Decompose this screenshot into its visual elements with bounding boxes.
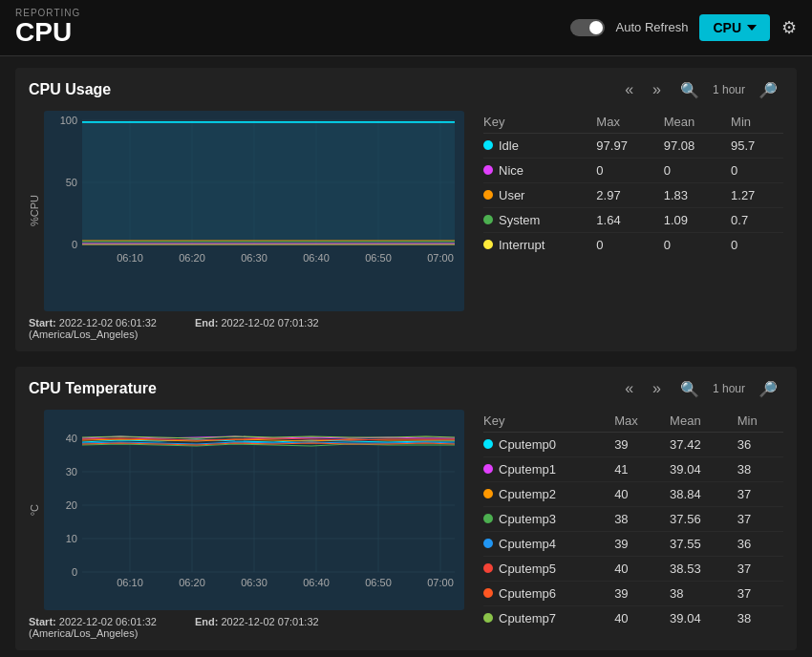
max-cell: 39: [610, 581, 666, 605]
cpu-usage-controls: « » 🔍 1 hour 🔎: [619, 79, 783, 101]
table-row: Cputemp3 38 37.56 37: [483, 506, 783, 531]
key-label: Cputemp0: [499, 437, 556, 452]
min-cell: 37: [734, 481, 783, 506]
svg-text:0: 0: [72, 239, 77, 250]
svg-text:06:20: 06:20: [179, 577, 205, 588]
mean-cell: 39.04: [666, 456, 734, 481]
chevron-down-icon: [747, 25, 757, 31]
key-dot: [483, 140, 493, 150]
temp-zoom-out-button[interactable]: 🔎: [753, 378, 783, 400]
key-cell: Cputemp5: [483, 556, 610, 581]
max-cell: 40: [610, 481, 666, 506]
cpu-dropdown-button[interactable]: CPU: [699, 14, 770, 41]
key-label: Cputemp5: [499, 562, 556, 576]
key-label: Cputemp3: [499, 512, 556, 526]
temp-forward-button[interactable]: »: [647, 378, 667, 399]
cpu-temp-chart: 40 30 20 10 0 06:10 06:20 06:30 06:40 06…: [44, 410, 464, 610]
key-cell: Cputemp6: [483, 581, 610, 605]
table-row: Cputemp6 39 38 37: [483, 581, 783, 605]
svg-text:30: 30: [66, 466, 77, 477]
max-cell: 1.64: [592, 207, 659, 232]
key-dot: [483, 588, 493, 598]
mean-cell: 38: [666, 581, 734, 605]
max-cell: 40: [610, 605, 666, 630]
temp-zoom-in-button[interactable]: 🔍: [674, 378, 705, 400]
key-dot: [483, 464, 493, 474]
table-row: Cputemp1 41 39.04 38: [483, 456, 783, 481]
key-dot: [483, 240, 493, 249]
max-cell: 39: [610, 432, 666, 456]
end-timestamp: End: 2022-12-02 07:01:32: [195, 317, 319, 340]
mean-cell: 39.04: [666, 605, 734, 630]
table-row: Cputemp2 40 38.84 37: [483, 481, 783, 506]
key-cell: Cputemp0: [483, 432, 610, 456]
temp-rewind-button[interactable]: «: [619, 378, 639, 399]
key-cell: Interrupt: [483, 232, 592, 257]
col-max: Max: [592, 111, 659, 134]
mean-cell: 38.84: [666, 481, 734, 506]
col-key: Key: [483, 111, 592, 134]
min-cell: 38: [734, 605, 783, 630]
cpu-temp-controls: « » 🔍 1 hour 🔎: [619, 378, 783, 400]
zoom-out-button[interactable]: 🔎: [753, 79, 783, 101]
key-dot: [483, 539, 493, 548]
mean-cell: 37.55: [666, 531, 734, 556]
mean-cell: 0: [660, 232, 727, 257]
temp-time-range-label: 1 hour: [713, 382, 745, 395]
min-cell: 36: [734, 432, 783, 456]
cpu-usage-body: %CPU 100 50 0 06:10 06:20 06:30: [29, 111, 783, 340]
cpu-temp-title: CPU Temperature: [29, 380, 157, 397]
cpu-temp-data-table: Key Max Mean Min Cputemp0 39 37.42 36: [483, 410, 783, 630]
key-label: Cputemp7: [499, 611, 556, 625]
svg-text:100: 100: [60, 115, 77, 126]
key-cell: User: [483, 182, 592, 207]
auto-refresh-toggle[interactable]: [570, 19, 605, 36]
key-dot: [483, 563, 493, 573]
cpu-temp-section: CPU Temperature « » 🔍 1 hour 🔎 °C: [15, 367, 797, 650]
key-cell: Cputemp2: [483, 481, 610, 506]
min-cell: 0.7: [727, 207, 783, 232]
svg-marker-19: [82, 122, 455, 244]
settings-button[interactable]: ⚙: [781, 17, 797, 38]
cpu-usage-section: CPU Usage « » 🔍 1 hour 🔎 %CPU: [15, 68, 797, 351]
header: REPORTING CPU Auto Refresh CPU ⚙: [0, 0, 812, 56]
table-row: Idle 97.97 97.08 95.7: [483, 133, 783, 158]
key-cell: Cputemp3: [483, 506, 610, 531]
key-label: Cputemp2: [499, 487, 556, 501]
mean-cell: 37.56: [666, 506, 734, 531]
mean-cell: 37.42: [666, 432, 734, 456]
zoom-in-button[interactable]: 🔍: [674, 79, 705, 101]
temp-start-timestamp: Start: 2022-12-02 06:01:32 (America/Los_…: [29, 616, 157, 639]
key-cell: Cputemp7: [483, 605, 610, 630]
main-content: CPU Usage « » 🔍 1 hour 🔎 %CPU: [0, 56, 812, 657]
temp-end-timestamp: End: 2022-12-02 07:01:32: [195, 616, 319, 639]
col-min: Min: [727, 111, 783, 134]
cpu-temp-body: °C 40 30 20 10 0: [29, 410, 783, 639]
min-cell: 36: [734, 531, 783, 556]
temp-col-min: Min: [734, 410, 783, 433]
key-cell: Cputemp1: [483, 456, 610, 481]
svg-text:06:30: 06:30: [241, 252, 267, 264]
forward-button[interactable]: »: [647, 79, 667, 100]
min-cell: 37: [734, 581, 783, 605]
max-cell: 97.97: [592, 133, 659, 158]
mean-cell: 0: [660, 158, 727, 182]
mean-cell: 38.53: [666, 556, 734, 581]
time-range-label: 1 hour: [713, 83, 745, 96]
rewind-button[interactable]: «: [619, 79, 639, 100]
table-row: Cputemp4 39 37.55 36: [483, 531, 783, 556]
key-dot: [483, 613, 493, 623]
cpu-usage-header: CPU Usage « » 🔍 1 hour 🔎: [29, 79, 783, 101]
temp-col-max: Max: [610, 410, 666, 433]
table-row: Cputemp0 39 37.42 36: [483, 432, 783, 456]
cpu-usage-y-label: %CPU: [29, 195, 40, 226]
table-row: Cputemp7 40 39.04 38: [483, 605, 783, 630]
cpu-temp-header: CPU Temperature « » 🔍 1 hour 🔎: [29, 378, 783, 400]
key-dot: [483, 190, 493, 200]
col-mean: Mean: [660, 111, 727, 134]
key-label: Interrupt: [499, 238, 545, 252]
temp-col-key: Key: [483, 410, 610, 433]
mean-cell: 1.09: [660, 207, 727, 232]
svg-text:50: 50: [66, 177, 77, 188]
cpu-usage-chart: 100 50 0 06:10 06:20 06:30 06:40 06:50 0…: [44, 111, 464, 311]
